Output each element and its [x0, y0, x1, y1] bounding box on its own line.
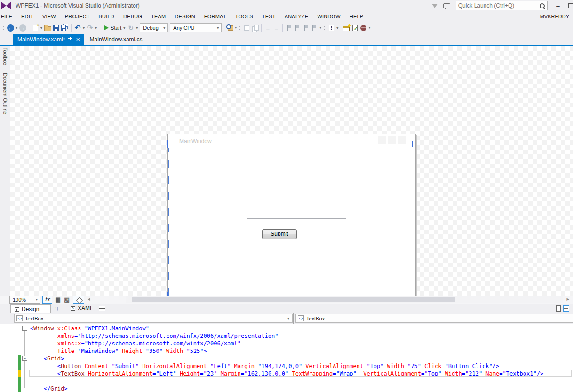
- code-line[interactable]: Title="MainWindow" Height="350" Width="5…: [0, 347, 573, 355]
- save-icon[interactable]: [53, 25, 59, 31]
- validate-document-icon[interactable]: [352, 25, 358, 31]
- menu-item-help[interactable]: HELP: [350, 14, 364, 19]
- designed-textbox[interactable]: [247, 208, 346, 219]
- fold-collapse-icon[interactable]: −: [22, 326, 27, 331]
- snap-to-grid-icon[interactable]: ▩: [64, 296, 70, 303]
- wpf-window-artboard[interactable]: MainWindow Submit: [167, 134, 416, 299]
- search-icon[interactable]: [539, 3, 545, 9]
- toolbar-overflow-icon[interactable]: ▾: [235, 26, 237, 30]
- quick-launch-box[interactable]: [456, 1, 548, 10]
- code-line[interactable]: <Button Content="Submit" HorizontalAlign…: [0, 362, 573, 370]
- code-line[interactable]: <TextBox HorizontalAlignment="Left" Heig…: [0, 370, 573, 377]
- new-file-icon[interactable]: [33, 25, 38, 31]
- undo-icon[interactable]: ↶: [73, 23, 82, 33]
- refresh-dropdown-icon[interactable]: ▾: [135, 26, 139, 30]
- navigate-backward-dropdown-icon[interactable]: ▾: [15, 26, 18, 30]
- pin-tab-icon[interactable]: [68, 37, 72, 42]
- menu-item-test[interactable]: TEST: [262, 14, 276, 19]
- solution-platform-combo[interactable]: Any CPU▾: [170, 23, 222, 32]
- new-window-icon[interactable]: [343, 26, 350, 31]
- snap-to-snaplines-button[interactable]: [73, 296, 84, 304]
- xaml-view-tab[interactable]: XAML: [71, 305, 93, 312]
- navigate-backward-icon[interactable]: ←: [7, 24, 14, 32]
- horizontal-scrollbar-thumb[interactable]: [132, 297, 455, 302]
- navigate-forward-icon[interactable]: →: [19, 24, 26, 32]
- show-snap-grid-icon[interactable]: ▦: [55, 296, 61, 303]
- fold-collapse-icon[interactable]: −: [22, 356, 27, 361]
- scroll-right-icon[interactable]: ▸: [566, 296, 569, 302]
- menu-item-format[interactable]: FORMAT: [204, 14, 226, 19]
- horizontal-split-icon[interactable]: [563, 305, 569, 312]
- effects-toggle-button[interactable]: fx: [42, 296, 52, 304]
- pane-divider[interactable]: [293, 313, 294, 324]
- code-line[interactable]: −<Window x:Class="WPFEX1.MainWindow": [0, 325, 573, 332]
- menu-item-design[interactable]: DESIGN: [175, 14, 195, 19]
- refresh-icon[interactable]: ↻: [127, 23, 135, 33]
- tool-window-tab-toolbox[interactable]: Toolbox: [2, 48, 8, 65]
- horizontal-scrollbar[interactable]: [126, 296, 563, 303]
- toolbar-overflow-icon[interactable]: ▾: [368, 26, 370, 30]
- web-publish-icon[interactable]: [360, 25, 366, 31]
- code-line[interactable]: xmlns:x="http://schemas.microsoft.com/wi…: [0, 340, 573, 347]
- feedback-bubble-icon[interactable]: [443, 3, 450, 8]
- design-surface[interactable]: MainWindow Submit: [10, 46, 573, 296]
- code-line[interactable]: xmlns="http://schemas.microsoft.com/winf…: [0, 332, 573, 340]
- menu-item-edit[interactable]: EDIT: [21, 14, 33, 19]
- open-file-icon[interactable]: [44, 26, 51, 31]
- undo-dropdown-icon[interactable]: ▾: [82, 26, 86, 30]
- minimize-button[interactable]: –: [553, 2, 563, 10]
- menu-item-window[interactable]: WINDOW: [317, 14, 340, 19]
- increase-indent-icon[interactable]: ≡: [272, 23, 280, 33]
- notifications-funnel-icon[interactable]: [432, 4, 438, 8]
- menu-item-team[interactable]: TEAM: [151, 14, 166, 19]
- element-breadcrumb-left[interactable]: <> TextBox ▾: [14, 314, 293, 323]
- code-line[interactable]: [0, 377, 573, 385]
- new-file-dropdown-icon[interactable]: ▾: [40, 26, 43, 30]
- vertical-split-icon[interactable]: [556, 305, 561, 312]
- zoom-level-combo[interactable]: 100%▾: [9, 296, 40, 304]
- menu-item-build[interactable]: BUILD: [99, 14, 114, 19]
- design-view-tab[interactable]: Design: [10, 304, 51, 313]
- solution-configuration-combo[interactable]: Debug▾: [140, 23, 168, 32]
- expand-pane-icon[interactable]: [99, 306, 105, 311]
- toolbar-grip[interactable]: [239, 24, 241, 32]
- menu-item-analyze[interactable]: ANALYZE: [285, 14, 309, 19]
- swap-panes-icon[interactable]: ↑↓: [55, 305, 58, 311]
- menu-item-file[interactable]: FILE: [1, 14, 12, 19]
- menu-item-view[interactable]: VIEW: [42, 14, 56, 19]
- toolbar-grip[interactable]: [324, 24, 326, 32]
- next-bookmark-icon[interactable]: [303, 25, 309, 31]
- navigate-symbol-icon[interactable]: [244, 25, 249, 31]
- menu-item-project[interactable]: PROJECT: [65, 14, 90, 19]
- toolbar-grip[interactable]: [3, 24, 5, 32]
- save-all-icon[interactable]: [61, 24, 69, 32]
- menu-item-tools[interactable]: TOOLS: [235, 14, 253, 19]
- clear-bookmarks-icon[interactable]: [311, 25, 317, 31]
- start-dropdown-icon[interactable]: ▾: [122, 26, 126, 30]
- previous-bookmark-icon[interactable]: [294, 25, 300, 31]
- tool-window-tab-document-outline[interactable]: Document Outline: [2, 73, 8, 114]
- designed-submit-button[interactable]: Submit: [262, 229, 297, 239]
- redo-icon[interactable]: ↷: [86, 23, 94, 33]
- copy-parent-icon[interactable]: [252, 25, 258, 31]
- close-tab-icon[interactable]: ×: [76, 37, 80, 42]
- signed-in-user[interactable]: MVKREDDY: [540, 14, 569, 19]
- maximize-button[interactable]: [568, 3, 573, 8]
- redo-dropdown-icon[interactable]: ▾: [94, 26, 98, 30]
- start-debug-button[interactable]: Start ▾: [104, 23, 127, 33]
- tab-mainwindow-xaml-cs[interactable]: MainWindow.xaml.cs: [84, 34, 148, 45]
- quick-launch-input[interactable]: [458, 2, 539, 9]
- task-list-icon[interactable]: [329, 25, 334, 31]
- xaml-code-editor[interactable]: −<Window x:Class="WPFEX1.MainWindow"xmln…: [0, 324, 573, 392]
- task-list-dropdown-icon[interactable]: ▾: [335, 26, 339, 30]
- element-breadcrumb-right[interactable]: <> TextBox: [295, 314, 573, 323]
- tab-mainwindow-xaml[interactable]: MainWindow.xaml* ×: [13, 34, 84, 45]
- code-line[interactable]: </Grid>: [0, 385, 573, 392]
- find-in-files-icon[interactable]: [226, 24, 233, 31]
- breadcrumb-dropdown-icon[interactable]: ▾: [286, 316, 290, 320]
- decrease-indent-icon[interactable]: ≡: [263, 23, 272, 33]
- collapse-left-icon[interactable]: ◂: [88, 296, 90, 302]
- toggle-bookmark-icon[interactable]: [286, 25, 292, 31]
- toolbar-overflow-icon[interactable]: ▾: [319, 26, 321, 30]
- menu-item-debug[interactable]: DEBUG: [123, 14, 142, 19]
